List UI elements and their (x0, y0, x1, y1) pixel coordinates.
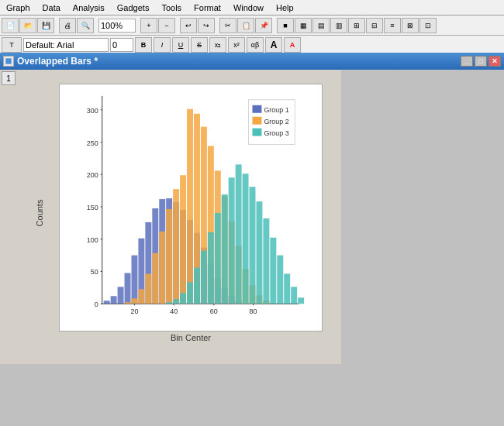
undo-button[interactable]: ↩ (180, 18, 197, 33)
menu-data[interactable]: Data (36, 3, 67, 12)
new-button[interactable]: 📄 (2, 18, 19, 33)
graph-btn9[interactable]: ⊡ (419, 18, 437, 33)
svg-rect-51 (159, 232, 165, 304)
graph-btn1[interactable]: ■ (277, 18, 294, 33)
graph-btn5[interactable]: ⊞ (348, 18, 365, 33)
maximize-button[interactable]: □ (475, 56, 487, 67)
svg-rect-86 (298, 297, 304, 304)
format-icon[interactable]: T (2, 37, 22, 53)
svg-text:Group 3: Group 3 (264, 129, 288, 137)
title-bar: Overlapped Bars * _ □ ✕ (0, 53, 504, 70)
svg-rect-90 (253, 117, 262, 125)
window-controls: _ □ ✕ (461, 56, 501, 67)
svg-rect-68 (173, 299, 179, 304)
svg-text:60: 60 (210, 307, 218, 315)
svg-text:250: 250 (87, 139, 98, 147)
svg-rect-92 (253, 129, 262, 136)
redo-button[interactable]: ↪ (198, 18, 215, 33)
bigfont-button[interactable]: A (265, 37, 282, 53)
svg-rect-50 (152, 253, 158, 304)
color-button[interactable]: A (284, 37, 301, 53)
svg-text:Group 2: Group 2 (264, 118, 288, 125)
svg-rect-80 (256, 201, 262, 304)
format-toolbar: T B I U S x₂ x² αβ A A (0, 36, 504, 54)
graph-btn6[interactable]: ⊟ (366, 18, 383, 33)
chart-svg: 0 50 100 150 200 250 300 (60, 84, 322, 331)
svg-rect-53 (173, 189, 179, 304)
toolbar-main: 📄 📂 💾 🖨 🔍 + − ↩ ↪ ✂ 📋 📌 ■ ▦ ▤ ▥ ⊞ ⊟ ≡ ⊠ … (0, 15, 504, 36)
svg-rect-83 (277, 256, 283, 304)
menu-window[interactable]: Window (227, 3, 270, 12)
chart-with-axes: Counts (59, 84, 323, 342)
svg-rect-85 (291, 287, 297, 304)
print-button[interactable]: 🖨 (59, 18, 76, 33)
svg-rect-74 (215, 213, 221, 304)
svg-text:Group 1: Group 1 (264, 106, 288, 114)
open-button[interactable]: 📂 (19, 18, 36, 33)
svg-rect-71 (194, 268, 200, 304)
window-icon (3, 56, 14, 67)
paste-button[interactable]: 📌 (255, 18, 272, 33)
svg-text:200: 200 (87, 171, 98, 179)
chart-wrapper: 0 50 100 150 200 250 300 (59, 84, 323, 332)
zoom-out-button[interactable]: − (158, 18, 175, 33)
svg-rect-55 (187, 109, 193, 304)
close-button[interactable]: ✕ (488, 56, 501, 67)
svg-text:50: 50 (91, 268, 98, 276)
svg-rect-76 (229, 177, 235, 304)
bold-button[interactable]: B (135, 37, 152, 53)
svg-rect-49 (145, 273, 151, 304)
save-button[interactable]: 💾 (37, 18, 54, 33)
menu-format[interactable]: Format (188, 3, 227, 12)
svg-rect-29 (125, 273, 131, 304)
greek-button[interactable]: αβ (247, 37, 264, 53)
svg-rect-73 (208, 232, 214, 304)
svg-rect-28 (118, 287, 124, 304)
svg-rect-48 (138, 289, 144, 304)
svg-rect-69 (180, 293, 186, 304)
font-input[interactable] (23, 38, 109, 52)
svg-rect-84 (284, 273, 290, 304)
italic-button[interactable]: I (154, 37, 171, 53)
svg-text:150: 150 (87, 204, 98, 211)
svg-text:100: 100 (87, 236, 98, 244)
menu-graph[interactable]: Graph (0, 3, 36, 12)
strikethrough-button[interactable]: S (191, 37, 208, 53)
graph-btn8[interactable]: ⊠ (402, 18, 419, 33)
svg-rect-67 (166, 302, 172, 304)
svg-rect-0 (5, 58, 12, 64)
menu-gadgets[interactable]: Gadgets (111, 3, 156, 12)
zoom-in-button[interactable]: + (140, 18, 157, 33)
y-axis-label: Counts (35, 200, 44, 227)
superscript-button[interactable]: x² (228, 37, 245, 53)
graph-btn4[interactable]: ▥ (330, 18, 347, 33)
x-axis-label: Bin Center (59, 333, 323, 342)
graph-btn7[interactable]: ≡ (384, 18, 401, 33)
graph-btn2[interactable]: ▦ (295, 18, 312, 33)
svg-rect-46 (125, 302, 131, 304)
menu-tools[interactable]: Tools (155, 3, 188, 12)
window-title: Overlapped Bars * (17, 56, 98, 67)
svg-rect-82 (270, 238, 276, 304)
svg-rect-88 (253, 105, 262, 113)
svg-rect-47 (131, 298, 137, 304)
svg-text:40: 40 (170, 307, 178, 315)
svg-text:20: 20 (130, 307, 138, 315)
cut-button[interactable]: ✂ (219, 18, 236, 33)
zoom-input[interactable] (98, 19, 136, 33)
chart-outer: Counts (59, 84, 323, 342)
menu-analysis[interactable]: Analysis (67, 3, 111, 12)
graph-btn3[interactable]: ▤ (312, 18, 330, 33)
copy-button[interactable]: 📋 (237, 18, 254, 33)
size-input[interactable] (110, 38, 133, 52)
underline-button[interactable]: U (172, 37, 189, 53)
page-tab-1[interactable]: 1 (2, 71, 16, 85)
preview-button[interactable]: 🔍 (77, 18, 94, 33)
menu-help[interactable]: Help (270, 3, 300, 12)
svg-rect-81 (263, 218, 269, 304)
subscript-button[interactable]: x₂ (209, 37, 226, 53)
minimize-button[interactable]: _ (461, 56, 473, 67)
svg-rect-52 (166, 209, 172, 304)
svg-text:80: 80 (250, 307, 257, 315)
svg-rect-30 (131, 256, 137, 304)
